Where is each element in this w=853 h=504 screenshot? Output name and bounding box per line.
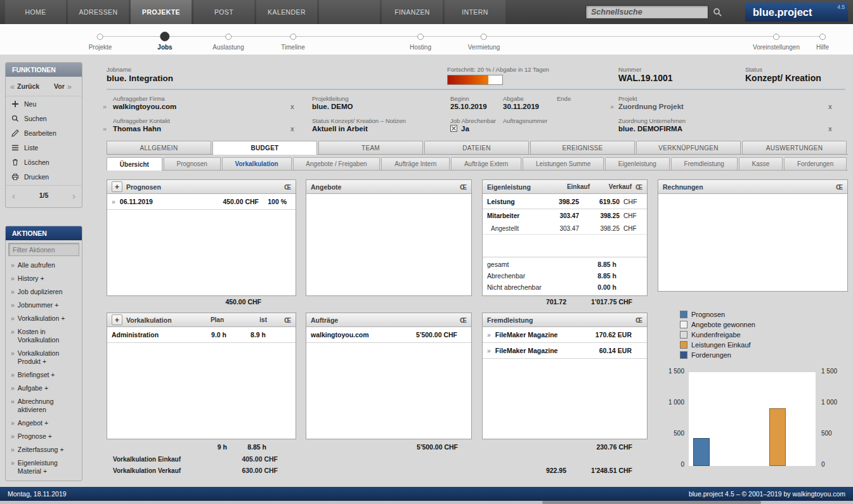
action-item-zeiterfassung[interactable]: »Zeiterfassung + — [6, 443, 82, 456]
abgabe-value[interactable]: 30.11.2019 — [503, 103, 539, 110]
sidebar-item-drucken[interactable]: Drucken — [6, 169, 82, 184]
action-item-vorkalkulation-produkt[interactable]: »Vorkalkulation Produkt + — [6, 347, 82, 368]
back-button[interactable]: « Zurück — [6, 77, 44, 96]
step-projekte[interactable]: Projekte — [89, 34, 112, 51]
projektleitung-value[interactable]: blue. DEMO — [312, 103, 353, 110]
back-label: Zurück — [17, 82, 39, 90]
nav-tab-blank[interactable] — [319, 0, 380, 24]
step-vermietung[interactable]: Vermietung — [468, 34, 500, 51]
panel-menu-icon[interactable]: Œ — [836, 183, 843, 191]
subtab-forderungen[interactable]: Forderungen — [784, 157, 847, 170]
subtab-angebote-freigaben[interactable]: Angebote / Freigaben — [293, 157, 381, 170]
panel-menu-icon[interactable]: Œ — [284, 183, 291, 191]
fremdleistung-row[interactable]: » FileMaker Magazine 170.62 EUR — [483, 327, 647, 343]
subtab-prognosen[interactable]: Prognosen — [164, 157, 221, 170]
add-vorkalkulation-button[interactable]: + — [112, 314, 122, 325]
nav-tab-kalender[interactable]: KALENDER — [256, 0, 317, 24]
clear-unternehmen-icon[interactable]: x — [828, 125, 832, 132]
tab-ereignisse[interactable]: EREIGNISSE — [530, 141, 635, 154]
fremdleistung-row[interactable]: » FileMaker Magazine 60.14 EUR — [483, 343, 647, 359]
tab-verknuepfungen[interactable]: VERKNÜPFUNGEN — [636, 141, 741, 154]
vorkalkulation-row[interactable]: Administration 9.0 h 8.9 h — [107, 327, 296, 343]
step-jobs[interactable]: Jobs — [157, 32, 172, 51]
eigenleistung-row-mitarbeiter[interactable]: Mitarbeiter 303.47 398.25 CHF — [483, 209, 647, 223]
zuordnung-unternehmen-value[interactable]: blue. DEMOFIRMA — [618, 125, 682, 132]
bar-prognosen — [693, 438, 710, 466]
action-item-vorkalkulation[interactable]: »Vorkalkulation + — [6, 312, 82, 325]
nav-tab-intern[interactable]: INTERN — [445, 0, 505, 24]
action-item-kosten-in-vorkalkulation[interactable]: »Kosten in Vorkalkulation — [6, 325, 82, 347]
action-item-eigenleistung-material[interactable]: »Eigenleistung Material + — [6, 456, 82, 478]
nav-tab-projekte[interactable]: PROJEKTE — [131, 0, 192, 24]
eigenleistung-row-leistung[interactable]: Leistung 398.25 619.50 CHF — [483, 194, 647, 209]
action-item-aufgabe[interactable]: »Aufgabe + — [6, 382, 82, 395]
trash-icon — [11, 158, 19, 166]
auftraggeber-firma-value[interactable]: walkingtoyou.com — [113, 103, 176, 110]
step-hosting[interactable]: Hosting — [410, 34, 431, 51]
projekt-value[interactable]: Zuordnung Projekt — [618, 103, 684, 110]
action-item-prognose[interactable]: »Prognose + — [6, 430, 82, 443]
panel-menu-icon[interactable]: Œ — [271, 316, 291, 324]
nav-tab-adressen[interactable]: ADRESSEN — [68, 0, 129, 24]
double-arrow-icon[interactable]: » — [610, 103, 614, 110]
action-item-abrechnung-aktivieren[interactable]: »Abrechnung aktivieren — [6, 395, 82, 417]
subtab-leistungen-summe[interactable]: Leistungen Summe — [523, 157, 604, 170]
action-item-alle-aufrufen[interactable]: »Alle aufrufen — [6, 259, 82, 272]
tab-allgemein[interactable]: ALLGEMEIN — [107, 141, 211, 154]
clear-kontakt-icon[interactable]: x — [290, 125, 294, 132]
subtab-uebersicht[interactable]: Übersicht — [107, 157, 162, 171]
sidebar-item-loeschen[interactable]: Löschen — [6, 155, 82, 169]
step-timeline[interactable]: Timeline — [281, 34, 304, 51]
nav-tab-post[interactable]: POST — [193, 0, 254, 24]
tab-dateien[interactable]: DATEIEN — [424, 141, 529, 154]
nummer-value[interactable]: WAL.19.1001 — [618, 73, 673, 83]
subtab-kasse[interactable]: Kasse — [739, 157, 783, 170]
panel-menu-icon[interactable]: Œ — [635, 316, 642, 324]
status-notizen-value[interactable]: Aktuell in Arbeit — [312, 125, 368, 132]
tab-budget[interactable]: BUDGET — [212, 141, 317, 155]
double-arrow-icon[interactable]: » — [103, 103, 107, 110]
status-value[interactable]: Konzept/ Kreation — [745, 73, 821, 83]
sidebar-item-liste[interactable]: Liste — [6, 140, 82, 155]
action-item-job-duplizieren[interactable]: »Job duplizieren — [6, 285, 82, 299]
search-icon[interactable] — [713, 8, 722, 17]
eigenleistung-row-angestellt[interactable]: Angestellt 303.47 398.25 CHF — [483, 223, 647, 235]
sidebar-item-neu[interactable]: Neu — [6, 96, 82, 111]
scrollbar-thumb[interactable] — [542, 501, 761, 504]
nav-tab-home[interactable]: HOME — [5, 0, 66, 24]
chevron-right-icon[interactable]: › — [72, 191, 75, 200]
action-item-history[interactable]: »History + — [6, 272, 82, 285]
panel-menu-icon[interactable]: Œ — [635, 183, 642, 191]
action-item-briefingset[interactable]: »Briefingset + — [6, 368, 82, 382]
panel-menu-icon[interactable]: Œ — [460, 183, 467, 191]
forward-button[interactable]: Vor » — [44, 77, 82, 96]
step-voreinstellungen[interactable]: Voreinstellungen — [753, 34, 800, 51]
prognose-row[interactable]: » 06.11.2019 450.00 CHF 100 % — [107, 194, 296, 210]
clear-firma-icon[interactable]: x — [290, 103, 294, 110]
subtab-fremdleistung[interactable]: Fremdleistung — [671, 157, 738, 170]
subtab-auftraege-extern[interactable]: Aufträge Extern — [451, 157, 521, 170]
action-item-jobnummer[interactable]: »Jobnummer + — [6, 299, 82, 312]
jobname-value[interactable]: blue. Integration — [107, 74, 173, 83]
search-input[interactable] — [585, 5, 708, 19]
add-prognose-button[interactable]: + — [112, 181, 122, 192]
clear-projekt-icon[interactable]: x — [828, 103, 832, 110]
step-hilfe[interactable]: Hilfe — [816, 34, 829, 51]
filter-aktionen-input[interactable] — [8, 243, 79, 256]
auftrag-row[interactable]: walkingtoyou.com 5'500.00 CHF — [306, 327, 471, 343]
auftraggeber-kontakt-value[interactable]: Thomas Hahn — [113, 125, 161, 132]
tab-auswertungen[interactable]: AUSWERTUNGEN — [742, 141, 847, 154]
double-arrow-icon[interactable]: » — [103, 125, 107, 132]
subtab-eigenleistung[interactable]: Eigenleistung — [605, 157, 670, 170]
subtab-vorkalkulation[interactable]: Vorkalkulation — [222, 157, 292, 170]
sidebar-item-suchen[interactable]: Suchen — [6, 111, 82, 126]
beginn-value[interactable]: 25.10.2019 — [450, 103, 487, 110]
step-auslastung[interactable]: Auslastung — [212, 34, 244, 51]
nav-tab-finanzen[interactable]: FINANZEN — [382, 0, 443, 24]
abrechenbar-checkbox[interactable] — [450, 125, 457, 132]
subtab-auftraege-intern[interactable]: Aufträge Intern — [381, 157, 450, 170]
action-item-angebot[interactable]: »Angebot + — [6, 417, 82, 430]
panel-menu-icon[interactable]: Œ — [460, 316, 467, 324]
tab-team[interactable]: TEAM — [318, 141, 423, 154]
sidebar-item-bearbeiten[interactable]: Bearbeiten — [6, 126, 82, 140]
